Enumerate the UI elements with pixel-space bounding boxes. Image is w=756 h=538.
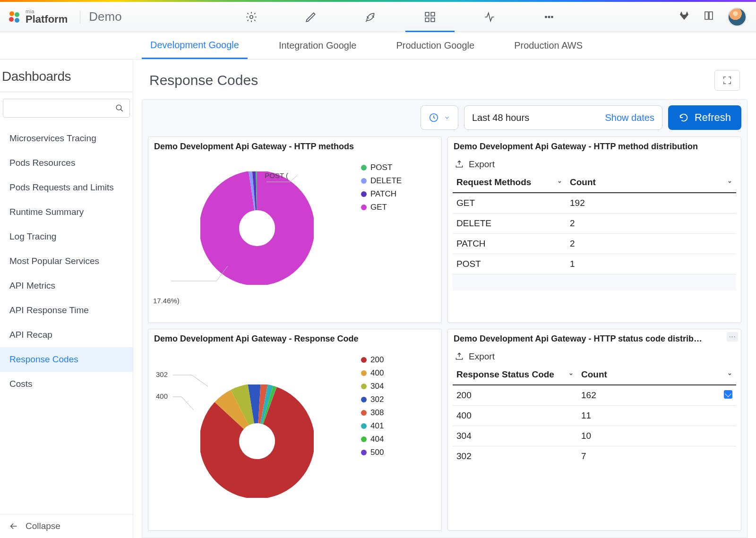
svg-point-1 (15, 12, 19, 17)
legend-dot (361, 165, 367, 171)
legend-item-patch[interactable]: PATCH (361, 188, 437, 201)
legend-dot (361, 178, 367, 184)
time-range-label: Last 48 hours (472, 112, 529, 123)
time-range[interactable]: Last 48 hours Show dates (464, 105, 662, 130)
activity-icon[interactable] (479, 3, 500, 31)
export-button[interactable]: Export (453, 157, 736, 172)
dashboards-icon[interactable] (420, 3, 440, 31)
legend-item-get[interactable]: GET (361, 201, 437, 214)
brand-logo[interactable]: mia Platform (8, 9, 68, 25)
legend-item-404[interactable]: 404 (361, 433, 437, 446)
sidebar-item-pods-requests-and-limits[interactable]: Pods Requests and Limits (0, 175, 133, 200)
codes-table: Response Status Code⌄ Count⌄ 20016240011… (453, 365, 736, 466)
sidebar-item-api-recap[interactable]: API Recap (0, 323, 133, 347)
legend-label: 401 (370, 421, 384, 431)
deploy-icon[interactable] (360, 3, 381, 31)
expand-badge[interactable] (724, 390, 732, 399)
col-method[interactable]: Request Methods⌄ (453, 172, 566, 193)
env-tab-dev[interactable]: Development Google (142, 32, 248, 59)
donut-annot-302: 302 (156, 370, 168, 378)
book-icon[interactable] (703, 10, 714, 24)
sidebar-item-costs[interactable]: Costs (0, 372, 133, 396)
time-picker-quick[interactable] (421, 105, 458, 130)
svg-rect-8 (431, 18, 435, 22)
env-tabs: Development Google Integration Google Pr… (0, 32, 756, 60)
callout-line (173, 394, 220, 418)
panel-menu-icon[interactable]: ∙∙∙ (727, 332, 738, 342)
sidebar-item-log-tracing[interactable]: Log Tracing (0, 224, 133, 249)
panel-http-methods-donut: Demo Development Api Gateway - HTTP meth… (148, 137, 442, 323)
topbar: mia Platform Demo (0, 2, 756, 32)
expand-icon (722, 75, 732, 85)
collapse-button[interactable]: Collapse (0, 514, 133, 538)
col-count[interactable]: Count⌄ (577, 365, 736, 385)
table-row[interactable]: 200162 (453, 385, 736, 406)
table-row[interactable]: 3027 (453, 446, 736, 467)
legend-item-400[interactable]: 400 (361, 367, 437, 380)
gitlab-icon[interactable] (679, 10, 690, 24)
project-name[interactable]: Demo (89, 9, 121, 24)
sidebar-item-microservices-tracing[interactable]: Microservices Tracing (0, 126, 133, 151)
table-row[interactable]: 40011 (453, 406, 736, 426)
legend-dot (361, 450, 367, 455)
legend-item-401[interactable]: 401 (361, 419, 437, 433)
legend-item-post[interactable]: POST (361, 161, 437, 174)
legend-dot (361, 423, 367, 429)
table-row[interactable]: DELETE2 (453, 213, 736, 234)
settings-icon[interactable] (241, 3, 262, 31)
table-row[interactable]: POST1 (453, 254, 736, 274)
sidebar-item-response-codes[interactable]: Response Codes (0, 347, 133, 372)
sidebar-item-runtime-summary[interactable]: Runtime Summary (0, 200, 133, 224)
sidebar-item-api-metrics[interactable]: API Metrics (0, 273, 133, 298)
page-title: Response Codes (149, 72, 714, 88)
legend-label: 304 (370, 382, 384, 391)
col-status[interactable]: Response Status Code⌄ (453, 365, 577, 385)
table-row[interactable]: GET192 (453, 193, 736, 213)
legend-item-200[interactable]: 200 (361, 353, 437, 367)
svg-point-12 (116, 105, 121, 110)
legend-item-308[interactable]: 308 (361, 406, 437, 419)
donut-annot-post: POST ( (265, 171, 288, 179)
svg-rect-5 (425, 12, 429, 16)
sidebar-item-pods-resources[interactable]: Pods Resources (0, 151, 133, 175)
chevron-down-icon (444, 114, 450, 121)
table-row[interactable]: 30410 (453, 426, 736, 446)
sidebar-item-api-response-time[interactable]: API Response Time (0, 298, 133, 323)
legend-label: 404 (370, 435, 384, 444)
legend-item-500[interactable]: 500 (361, 446, 437, 459)
avatar[interactable] (728, 8, 747, 26)
legend-item-304[interactable]: 304 (361, 380, 437, 393)
collapse-label: Collapse (26, 521, 60, 531)
legend-label: 302 (370, 395, 384, 404)
panel-title: Demo Development Api Gateway - HTTP stat… (448, 329, 741, 347)
svg-point-11 (551, 16, 553, 17)
donut-annot-400: 400 (156, 392, 168, 400)
legend-label: 308 (370, 408, 384, 418)
table-row[interactable]: PATCH2 (453, 234, 736, 254)
legend-item-delete[interactable]: DELETE (361, 174, 437, 188)
logo-icon (8, 10, 22, 24)
edit-icon[interactable] (301, 3, 321, 31)
svg-point-0 (9, 11, 14, 16)
svg-rect-7 (425, 18, 429, 22)
sidebar-item-most-popular-services[interactable]: Most Popular Services (0, 249, 133, 273)
callout-line (173, 372, 230, 396)
legend-label: GET (370, 203, 387, 212)
env-tab-prod-google[interactable]: Production Google (387, 32, 483, 59)
svg-point-2 (9, 17, 14, 22)
svg-rect-6 (431, 12, 435, 16)
more-icon[interactable] (539, 3, 559, 31)
sidebar-search[interactable] (3, 99, 130, 118)
refresh-button[interactable]: Refresh (668, 105, 741, 130)
show-dates-link[interactable]: Show dates (605, 112, 654, 123)
brand-main: Platform (26, 14, 68, 25)
fullscreen-button[interactable] (714, 70, 740, 91)
col-count[interactable]: Count⌄ (566, 172, 736, 193)
export-button[interactable]: Export (453, 350, 736, 365)
legend-item-302[interactable]: 302 (361, 393, 437, 406)
export-label: Export (469, 351, 495, 362)
env-tab-prod-aws[interactable]: Production AWS (506, 32, 591, 59)
search-icon (115, 104, 124, 112)
clock-icon (429, 112, 439, 123)
env-tab-int[interactable]: Integration Google (270, 32, 365, 59)
